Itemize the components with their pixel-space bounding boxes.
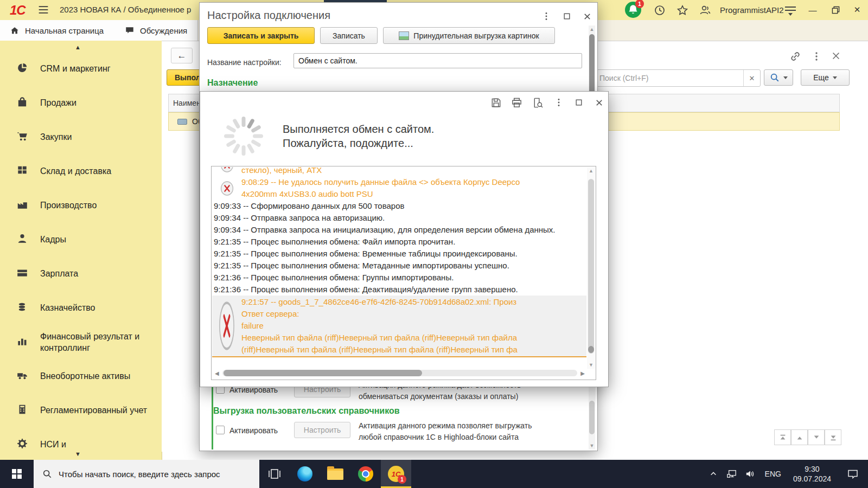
more-button[interactable]: Еще	[801, 69, 850, 86]
move-up-button[interactable]	[791, 429, 808, 445]
log-entry-err-partial[interactable]: стекло), черный, ATX	[212, 167, 586, 176]
minimize-button[interactable]: —	[806, 4, 819, 16]
configure-catalogs-button[interactable]: Настроить	[294, 422, 350, 438]
print-icon[interactable]	[510, 96, 523, 109]
users-icon[interactable]	[699, 4, 711, 16]
sidebar-item-2[interactable]: Закупки	[0, 120, 162, 154]
sidebar-scroll-up-icon[interactable]: ▲	[75, 44, 81, 50]
tab-home[interactable]: Начальная страница	[0, 20, 116, 41]
log-entry-selected[interactable]: 9:21:57 -- goods_1_7_4862ce46-e7f6-42f6-…	[212, 296, 586, 357]
back-button[interactable]: ←	[171, 48, 193, 63]
dialog-maximize-icon[interactable]	[561, 10, 573, 22]
sidebar-item-label: CRM и маркетинг	[40, 63, 111, 74]
sidebar-item-label: НСИ и	[40, 439, 66, 450]
action-center-icon[interactable]	[838, 460, 868, 488]
log-entry-info[interactable]: 9:09:34 -- Отправка запроса на инициализ…	[212, 224, 586, 236]
save-and-close-button[interactable]: Записать и закрыть	[207, 27, 315, 44]
dialog-kebab-icon[interactable]	[540, 10, 552, 22]
log-entry-info[interactable]: 9:21:36 -- Процес выполнения обмена: Деа…	[212, 284, 586, 296]
move-bottom-button[interactable]	[825, 429, 841, 445]
scroll-left-icon[interactable]: ◀	[215, 370, 219, 376]
restore-button[interactable]	[829, 4, 842, 16]
scroll-up-icon[interactable]: ▲	[589, 27, 595, 32]
dialog-title: Настройка подключения	[207, 9, 330, 22]
tab-discussions[interactable]: Обсуждения	[115, 20, 198, 41]
taskbar-search[interactable]: Чтобы начать поиск, введите здесь запрос	[34, 460, 259, 488]
file-explorer-button[interactable]	[320, 460, 350, 488]
scroll-up-icon[interactable]: ▲	[587, 168, 595, 174]
sidebar-item-6[interactable]: Зарплата	[0, 256, 162, 291]
sidebar-item-label: Казначейство	[40, 302, 95, 313]
sidebar-item-9[interactable]: Внеоборотные активы	[0, 359, 162, 393]
move-down-button[interactable]	[808, 429, 825, 445]
save-button[interactable]: Записать	[320, 27, 378, 44]
language-indicator[interactable]: ENG	[760, 470, 787, 478]
sidebar-item-7[interactable]: Казначейство	[0, 291, 162, 325]
log-scroll-thumb[interactable]	[588, 179, 594, 354]
sidebar-item-10[interactable]: Регламентированный учет	[0, 393, 162, 427]
history-icon[interactable]	[654, 4, 666, 16]
home-icon	[10, 25, 20, 35]
service-menu-icon[interactable]	[784, 5, 796, 17]
find-button[interactable]	[764, 69, 793, 86]
notification-bell-button[interactable]: 1	[625, 2, 641, 18]
preview-icon[interactable]	[531, 96, 544, 109]
scrollbar-thumb-bottom[interactable]	[589, 401, 595, 434]
sidebar-scroll-down-icon[interactable]: ▼	[75, 451, 81, 457]
chrome-button[interactable]	[350, 460, 381, 488]
log-lines: стекло), черный, ATX	[241, 167, 322, 176]
scroll-down-icon[interactable]: ▼	[589, 443, 595, 448]
log-line: 9:09:33 -- Сформировано данных для 500 т…	[214, 200, 404, 212]
setting-name-input[interactable]	[293, 53, 582, 68]
progress-close-icon[interactable]	[592, 96, 605, 109]
network-icon[interactable]	[723, 460, 741, 488]
sidebar-item-3[interactable]: Склад и доставка	[0, 154, 162, 188]
search-clear-icon[interactable]: ✕	[743, 70, 760, 86]
favorites-star-icon[interactable]	[676, 4, 688, 16]
tray-chevron-icon[interactable]	[704, 460, 723, 488]
sidebar-item-0[interactable]: CRM и маркетинг	[0, 52, 162, 86]
sidebar-item-8[interactable]: Финансовый результат и контроллинг	[0, 325, 162, 359]
main-menu-icon[interactable]	[37, 4, 50, 15]
log-hscrollbar[interactable]: ◀ ▶	[215, 369, 585, 377]
move-top-button[interactable]	[774, 429, 791, 445]
start-button[interactable]	[0, 460, 34, 488]
log-entry-info[interactable]: 9:09:34 -- Отправка запроса на авторизац…	[212, 212, 586, 224]
log-entry-info[interactable]: 9:21:36 -- Процес выполнения обмена: Гру…	[212, 272, 586, 284]
log-entry-error[interactable]: 9:08:29 -- Не удалось получить данные фа…	[212, 176, 586, 200]
link-icon[interactable]	[789, 50, 801, 62]
edge-button[interactable]	[290, 460, 320, 488]
log-entry-info[interactable]: 9:09:33 -- Сформировано данных для 500 т…	[212, 200, 586, 212]
scroll-down-icon[interactable]: ▼	[587, 362, 595, 368]
log-hscroll-thumb[interactable]	[224, 370, 423, 376]
sidebar-item-1[interactable]: Продажи	[0, 86, 162, 120]
window-close-icon[interactable]	[831, 50, 843, 62]
log-scroll-thumb-cap[interactable]	[588, 346, 594, 353]
taskbar-clock[interactable]: 9:30 09.07.2024	[787, 464, 838, 484]
task-view-button[interactable]	[259, 460, 290, 488]
taskbar-search-placeholder: Чтобы начать поиск, введите здесь запрос	[59, 470, 220, 479]
window-kebab-icon[interactable]	[810, 50, 822, 62]
log-line: failure	[241, 320, 518, 332]
current-user[interactable]: ProgrammistAPI2	[720, 5, 784, 15]
sidebar-item-4[interactable]: Производство	[0, 188, 162, 222]
scroll-right-icon[interactable]: ▶	[580, 370, 585, 376]
windows-taskbar: Чтобы начать поиск, введите здесь запрос…	[0, 460, 868, 488]
1c-app-button[interactable]: 1С 1	[381, 460, 411, 488]
log-entry-info[interactable]: 9:21:35 -- Процес выполнения обмена: Мет…	[212, 260, 586, 272]
sidebar-item-11[interactable]: НСИ и	[0, 427, 162, 461]
volume-icon[interactable]	[741, 460, 760, 488]
save-icon[interactable]	[489, 96, 502, 109]
force-image-upload-button[interactable]: Принудительная выгрузка картинок	[383, 27, 555, 44]
log-entry-info[interactable]: 9:21:35 -- Процес выполнения обмена: Вре…	[212, 248, 586, 260]
activate-catalogs-checkbox[interactable]	[216, 426, 225, 434]
dialog-close-icon[interactable]	[581, 10, 593, 22]
exchange-progress-window: Выполняется обмен с сайтом. Пожалуйста, …	[200, 91, 609, 387]
search-input[interactable]	[595, 70, 743, 86]
progress-maximize-icon[interactable]	[572, 96, 585, 109]
log-entry-info[interactable]: 9:21:35 -- Процес выполнения обмена: Фай…	[212, 236, 586, 248]
close-button[interactable]: ✕	[851, 4, 864, 16]
log-vscrollbar[interactable]: ▲ ▼	[587, 167, 595, 369]
progress-kebab-icon[interactable]	[552, 96, 565, 109]
sidebar-item-5[interactable]: Кадры	[0, 222, 162, 256]
